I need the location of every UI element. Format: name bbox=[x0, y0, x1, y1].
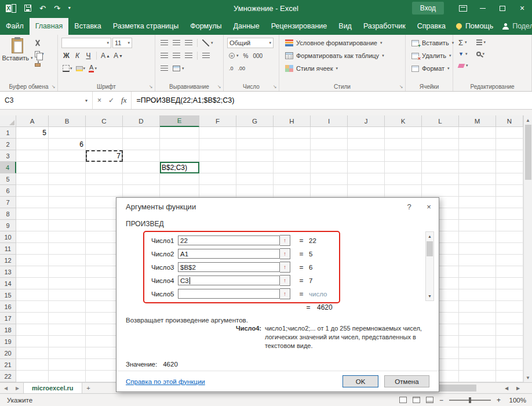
cell-B17[interactable] bbox=[49, 313, 86, 324]
cell-D4[interactable] bbox=[123, 162, 160, 173]
cell-B12[interactable] bbox=[49, 255, 86, 266]
cell-D1[interactable] bbox=[123, 127, 160, 139]
cell-L5[interactable] bbox=[422, 173, 459, 185]
cell-J2[interactable] bbox=[348, 139, 385, 150]
cell-F5[interactable] bbox=[199, 173, 236, 185]
row-header-8[interactable]: 8 bbox=[0, 208, 16, 220]
cell-B21[interactable] bbox=[49, 359, 86, 371]
cell-M10[interactable] bbox=[459, 231, 496, 243]
cell-G3[interactable] bbox=[236, 150, 274, 162]
cell-M2[interactable] bbox=[459, 139, 496, 150]
undo-icon[interactable]: ↶ bbox=[39, 5, 46, 12]
column-header-H[interactable]: H bbox=[274, 115, 311, 127]
cell-G1[interactable] bbox=[236, 127, 274, 139]
cell-A19[interactable] bbox=[16, 336, 49, 347]
cell-I1[interactable] bbox=[311, 127, 348, 139]
insert-cells-button[interactable]: +Вставить▾ bbox=[409, 37, 456, 49]
cell-M13[interactable] bbox=[459, 266, 496, 278]
cell-N4[interactable] bbox=[496, 162, 523, 173]
collapse-dialog-button[interactable]: ↑ bbox=[280, 288, 290, 299]
row-header-20[interactable]: 20 bbox=[0, 347, 16, 359]
column-header-M[interactable]: M bbox=[459, 115, 496, 127]
cell-M7[interactable] bbox=[459, 197, 496, 208]
cell-A6[interactable] bbox=[16, 185, 49, 197]
cell-M4[interactable] bbox=[459, 162, 496, 173]
increase-decimal-button[interactable]: .0 bbox=[227, 63, 235, 74]
dialog-launcher-icon[interactable]: ↘ bbox=[50, 84, 56, 90]
cell-N14[interactable] bbox=[496, 278, 523, 289]
cell-N17[interactable] bbox=[496, 313, 523, 324]
enter-entry-button[interactable]: ✓ bbox=[108, 96, 114, 104]
cell-M3[interactable] bbox=[459, 150, 496, 162]
percent-button[interactable]: % bbox=[242, 50, 250, 61]
row-header-7[interactable]: 7 bbox=[0, 197, 16, 208]
next-sheet-icon[interactable]: ▶ bbox=[12, 383, 23, 393]
cell-F2[interactable] bbox=[199, 139, 236, 150]
cell-N22[interactable] bbox=[496, 371, 523, 382]
collapse-dialog-button[interactable]: ↑ bbox=[280, 235, 290, 246]
cell-E5[interactable] bbox=[160, 173, 199, 185]
cell-B19[interactable] bbox=[49, 336, 86, 347]
cell-A18[interactable] bbox=[16, 324, 49, 336]
cell-M11[interactable] bbox=[459, 243, 496, 255]
align-middle-button[interactable] bbox=[171, 38, 182, 48]
row-header-2[interactable]: 2 bbox=[0, 139, 16, 150]
cell-A17[interactable] bbox=[16, 313, 49, 324]
cell-K5[interactable] bbox=[385, 173, 422, 185]
cell-M21[interactable] bbox=[459, 359, 496, 371]
close-button[interactable]: × bbox=[512, 0, 532, 16]
vertical-scrollbar[interactable]: ▲ ▼ bbox=[523, 115, 532, 382]
cell-A22[interactable] bbox=[16, 371, 49, 382]
italic-button[interactable]: К bbox=[72, 50, 82, 61]
dialog-help-button[interactable]: ? bbox=[399, 198, 419, 215]
cell-M18[interactable] bbox=[459, 324, 496, 336]
clear-button[interactable]: ▾ bbox=[457, 60, 470, 71]
row-header-19[interactable]: 19 bbox=[0, 336, 16, 347]
row-header-14[interactable]: 14 bbox=[0, 278, 16, 289]
cell-C2[interactable] bbox=[86, 139, 123, 150]
row-header-21[interactable]: 21 bbox=[0, 359, 16, 371]
cell-B8[interactable] bbox=[49, 208, 86, 220]
merge-center-button[interactable]: ▾ bbox=[171, 63, 186, 74]
cell-M20[interactable] bbox=[459, 347, 496, 359]
cell-B11[interactable] bbox=[49, 243, 86, 255]
row-header-12[interactable]: 12 bbox=[0, 255, 16, 266]
normal-view-icon[interactable] bbox=[399, 397, 407, 403]
scroll-down-icon[interactable]: ▼ bbox=[426, 294, 433, 298]
cell-D6[interactable] bbox=[123, 185, 160, 197]
cell-K1[interactable] bbox=[385, 127, 422, 139]
page-layout-view-icon[interactable] bbox=[413, 397, 420, 403]
row-header-3[interactable]: 3 bbox=[0, 150, 16, 162]
column-header-C[interactable]: C bbox=[86, 115, 123, 127]
collapse-dialog-button[interactable]: ↑ bbox=[280, 275, 290, 286]
row-header-10[interactable]: 10 bbox=[0, 231, 16, 243]
cell-A8[interactable] bbox=[16, 208, 49, 220]
cell-N15[interactable] bbox=[496, 289, 523, 301]
cell-N2[interactable] bbox=[496, 139, 523, 150]
row-header-1[interactable]: 1 bbox=[0, 127, 16, 139]
argument-input[interactable]: $B$2 bbox=[178, 262, 280, 272]
cell-B22[interactable] bbox=[49, 371, 86, 382]
cell-E4[interactable]: B$2;C3) bbox=[160, 162, 199, 173]
scrollbar-thumb[interactable] bbox=[427, 241, 433, 256]
zoom-out-icon[interactable]: − bbox=[439, 396, 443, 404]
cell-K2[interactable] bbox=[385, 139, 422, 150]
cell-A13[interactable] bbox=[16, 266, 49, 278]
cell-C5[interactable] bbox=[86, 173, 123, 185]
cell-M9[interactable] bbox=[459, 220, 496, 231]
cell-N1[interactable] bbox=[496, 127, 523, 139]
tab-Файл[interactable]: Файл bbox=[0, 18, 30, 35]
underline-button[interactable]: Ч bbox=[83, 50, 93, 61]
cell-N12[interactable] bbox=[496, 255, 523, 266]
cell-E1[interactable] bbox=[160, 127, 199, 139]
cell-N7[interactable] bbox=[496, 197, 523, 208]
zoom-slider-thumb[interactable] bbox=[469, 397, 471, 403]
cell-styles-button[interactable]: Стили ячеек▾ bbox=[283, 63, 387, 74]
format-button[interactable]: Формат▾ bbox=[409, 63, 456, 74]
cell-B1[interactable] bbox=[49, 127, 86, 139]
tab-Вставка[interactable]: Вставка bbox=[68, 18, 107, 35]
insert-function-button[interactable]: fx bbox=[121, 96, 126, 105]
cell-L2[interactable] bbox=[422, 139, 459, 150]
cell-H6[interactable] bbox=[274, 185, 311, 197]
delete-cells-button[interactable]: ×Удалить▾ bbox=[409, 50, 456, 61]
